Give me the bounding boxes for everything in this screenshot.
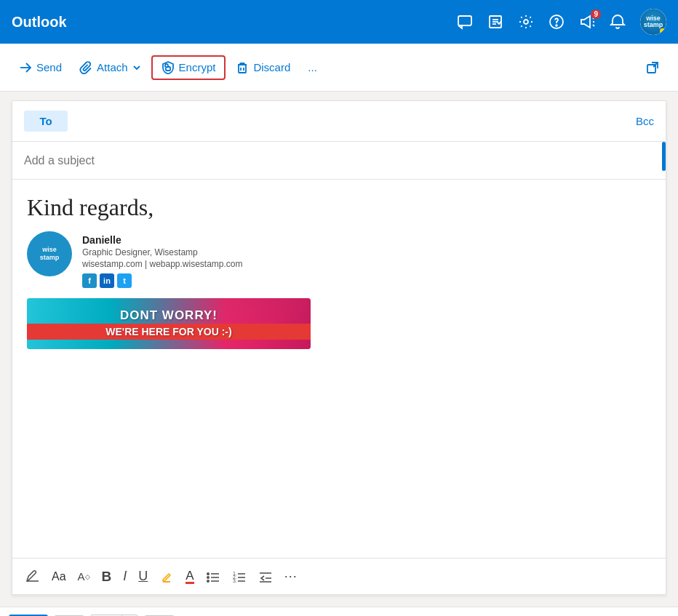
eraser-button[interactable] xyxy=(21,567,44,587)
svg-point-19 xyxy=(207,572,208,574)
font-color-button[interactable]: A xyxy=(181,567,198,587)
svg-line-10 xyxy=(593,25,594,26)
subject-row xyxy=(12,142,666,180)
send-label: Send xyxy=(36,61,62,73)
top-navigation-bar: Outlook xyxy=(0,0,678,44)
font-size-increase-button[interactable]: A◇ xyxy=(73,567,95,585)
compose-toolbar: Send Attach Encrypt Discard ... xyxy=(0,44,678,92)
tasks-icon[interactable] xyxy=(487,14,503,30)
signature-card: wise stamp Danielle Graphic Designer, Wi… xyxy=(27,231,651,288)
help-icon[interactable] xyxy=(549,14,565,30)
italic-button[interactable]: I xyxy=(119,566,131,587)
notification-badge: 9 xyxy=(591,9,601,19)
svg-text:3.: 3. xyxy=(233,578,237,583)
underline-button[interactable]: U xyxy=(134,566,152,587)
svg-point-23 xyxy=(207,580,208,581)
avatar-label: wisestamp xyxy=(644,15,663,28)
highlight-button[interactable] xyxy=(155,567,178,587)
svg-rect-0 xyxy=(458,16,471,25)
twitter-icon[interactable]: t xyxy=(117,273,132,288)
to-row: To Bcc xyxy=(12,101,666,142)
signature-greeting: Kind regards, xyxy=(27,194,651,221)
banner-line1: DONT WORRY! xyxy=(120,308,218,324)
signature-info: Danielle Graphic Designer, Wisestamp wis… xyxy=(82,231,243,288)
svg-point-7 xyxy=(556,25,557,26)
encrypt-label: Encrypt xyxy=(179,61,216,73)
promotional-banner: DONT WORRY! WE'RE HERE FOR YOU :-) xyxy=(27,298,311,349)
svg-rect-11 xyxy=(166,67,170,71)
avatar-status-dot xyxy=(660,28,666,34)
logo-text-line2: stamp xyxy=(40,254,60,262)
subject-input[interactable] xyxy=(24,154,654,167)
signature-logo: wise stamp xyxy=(27,231,72,276)
social-icons: f in t xyxy=(82,273,243,288)
ordered-list-button[interactable]: 1. 2. 3. xyxy=(228,567,251,587)
attach-button[interactable]: Attach xyxy=(72,57,148,79)
attach-label: Attach xyxy=(97,61,128,73)
to-label: To xyxy=(24,111,68,132)
bell-icon[interactable] xyxy=(610,14,626,30)
popout-button[interactable] xyxy=(639,57,666,79)
svg-point-21 xyxy=(207,576,208,577)
more-formatting-button[interactable]: ··· xyxy=(280,566,302,587)
bold-button[interactable]: B xyxy=(97,566,116,588)
avatar[interactable]: wisestamp xyxy=(640,9,666,35)
svg-point-5 xyxy=(524,20,528,24)
megaphone-icon[interactable]: 9 xyxy=(579,14,595,30)
scrollbar-accent xyxy=(662,142,666,171)
bottom-action-bar: ··· xyxy=(0,607,678,616)
facebook-icon[interactable]: f xyxy=(82,273,97,288)
more-label: ... xyxy=(308,61,317,73)
decrease-indent-button[interactable] xyxy=(254,567,277,587)
more-options-button[interactable]: ... xyxy=(300,57,324,78)
chat-icon[interactable] xyxy=(457,14,473,30)
signature-website: wisestamp.com | webapp.wisestamp.com xyxy=(82,259,243,269)
to-input[interactable] xyxy=(76,115,636,127)
email-body[interactable]: Kind regards, wise stamp Danielle Graphi… xyxy=(12,180,666,558)
encrypt-button[interactable]: Encrypt xyxy=(151,55,226,80)
svg-rect-12 xyxy=(239,65,246,73)
send-button[interactable]: Send xyxy=(12,57,69,79)
settings-icon[interactable] xyxy=(518,14,534,30)
linkedin-icon[interactable]: in xyxy=(100,273,114,288)
formatting-toolbar: Aa A◇ B I U A xyxy=(12,558,666,594)
font-size-button[interactable]: Aa xyxy=(47,567,71,586)
signature-name: Danielle xyxy=(82,234,243,246)
compose-area: To Bcc Kind regards, wise stamp Danielle… xyxy=(12,100,666,595)
bcc-button[interactable]: Bcc xyxy=(636,115,654,127)
top-bar-icons: 9 wisestamp xyxy=(457,9,666,35)
signature-role: Graphic Designer, Wisestamp xyxy=(82,247,243,257)
banner-line2: WE'RE HERE FOR YOU :-) xyxy=(27,324,311,340)
app-title: Outlook xyxy=(12,14,67,31)
logo-text-line1: wise xyxy=(42,246,57,254)
discard-button[interactable]: Discard xyxy=(228,57,298,79)
unordered-list-button[interactable] xyxy=(202,567,225,587)
discard-label: Discard xyxy=(253,61,290,73)
